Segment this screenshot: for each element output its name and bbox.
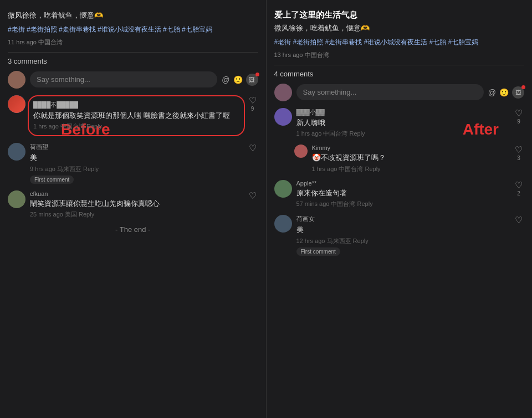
right-comment2-likes: 3: [517, 155, 520, 161]
right-heart-2: ♡: [515, 145, 523, 155]
at-icon[interactable]: @: [222, 75, 229, 84]
comment3-text: 鬧笑資源班讓你慧生吃山羌肉骗你真噁心: [30, 198, 243, 209]
right-comment4-avatar: [274, 215, 292, 233]
comment1-username: ████不█████: [33, 101, 239, 109]
right-heart-4: ♡: [515, 215, 523, 225]
right-image-icon-wrapper: 🖼: [512, 86, 524, 99]
comment2-meta: 9 hrs ago 马来西亚 Reply: [30, 165, 243, 173]
comment1-avatar: [8, 95, 25, 113]
right-comment4-like[interactable]: ♡: [513, 215, 524, 225]
right-comment1-likes: 9: [517, 118, 520, 125]
right-post-meta: 13 hrs ago 中国台湾: [274, 51, 525, 59]
image-icon-wrapper: 🖼: [246, 74, 258, 86]
comment3-username: cfkuan: [30, 190, 243, 197]
left-post-content: 微风徐徐，吃着鱿鱼，惬意🫶: [8, 10, 258, 21]
right-comment1-like[interactable]: ♡ 9: [513, 108, 524, 125]
left-comment-2: 荷画望 美 9 hrs ago 马来西亚 Reply First comment…: [8, 143, 258, 184]
right-comment3-likes: 2: [517, 190, 520, 197]
comment1-like[interactable]: ♡ 9: [247, 95, 258, 112]
comment2-like[interactable]: ♡: [247, 143, 258, 153]
right-comment4-username: 荷画女: [296, 215, 509, 223]
comment2-username: 荷画望: [30, 143, 243, 151]
divider-right: [274, 65, 525, 65]
left-panel: 微风徐徐，吃着鱿鱼，惬意🫶 #老街 #老街拍照 #走街串巷找 #谁说小城没有夜生…: [0, 0, 267, 418]
right-comment4-meta: 12 hrs ago 马来西亚 Reply: [296, 237, 509, 245]
right-input-icons: @ 🙂 🖼: [488, 86, 524, 99]
right-comment2-like[interactable]: ♡ 3: [513, 145, 524, 161]
heart-icon-3: ♡: [249, 190, 257, 201]
right-comment3-like[interactable]: ♡ 2: [513, 180, 524, 197]
left-comment-input-row: Say something... @ 🙂 🖼: [8, 71, 258, 89]
right-comment-4: 荷画女 美 12 hrs ago 马来西亚 Reply First commen…: [274, 215, 525, 256]
after-label: After: [463, 121, 499, 138]
highlighted-comment-box: ████不█████ 你就是那個取笑資源班的那個人嗤 嗤臉書之後就來小紅書了喔 …: [28, 95, 245, 137]
right-emoji-icon[interactable]: 🙂: [499, 88, 509, 97]
right-comment-3: Apple** 原来你在造句著 57 mins ago 中国台湾 Reply ♡…: [274, 180, 525, 209]
right-comment2-body: Kimmy 🤡不歧視資源班了嗎？ 1 hrs ago 中国台湾 Reply: [312, 145, 509, 173]
comment2-avatar: [8, 143, 25, 161]
notification-dot: [255, 73, 259, 76]
left-post-tags: #老街 #老街拍照 #走街串巷找 #谁说小城没有夜生活 #七胎 #七胎宝妈: [8, 24, 258, 35]
right-at-icon[interactable]: @: [488, 88, 496, 97]
right-comments-count: 4 comments: [274, 70, 525, 78]
comment1-meta: 1 hrs ago 中国台湾 Reply: [33, 122, 239, 131]
comment3-meta: 25 mins ago 美国 Reply: [30, 210, 243, 219]
right-user-avatar: [274, 84, 292, 101]
right-comment3-meta: 57 mins ago 中国台湾 Reply: [296, 200, 509, 208]
left-comment-1: ████不█████ 你就是那個取笑資源班的那個人嗤 嗤臉書之後就來小紅書了喔 …: [8, 95, 258, 137]
right-comment1-avatar: [274, 108, 292, 126]
left-comment-3: cfkuan 鬧笑資源班讓你慧生吃山羌肉骗你真噁心 25 mins ago 美国…: [8, 190, 258, 219]
comment1-body: ████不█████ 你就是那個取笑資源班的那個人嗤 嗤臉書之後就來小紅書了喔 …: [33, 101, 239, 131]
comment3-avatar: [8, 190, 25, 208]
left-user-avatar: [8, 71, 25, 89]
right-comment2-meta: 1 hrs ago 中国台湾 Reply: [312, 165, 509, 173]
left-post-header: 微风徐徐，吃着鱿鱼，惬意🫶 #老街 #老街拍照 #走街串巷找 #谁说小城没有夜生…: [8, 10, 258, 47]
right-comment-input[interactable]: Say something...: [296, 84, 484, 100]
right-comment4-badge: First comment: [296, 247, 340, 256]
main-container: 微风徐徐，吃着鱿鱼，惬意🫶 #老街 #老街拍照 #走街串巷找 #谁说小城没有夜生…: [0, 0, 532, 418]
comment1-likes: 9: [251, 106, 254, 112]
left-comments-count: 3 comments: [8, 57, 258, 65]
right-comment3-username: Apple**: [296, 180, 509, 187]
left-input-icons: @ 🙂 🖼: [222, 74, 258, 86]
right-comment2-username: Kimmy: [312, 145, 509, 151]
right-comment2-text: 🤡不歧視資源班了嗎？: [312, 152, 509, 163]
right-comment4-body: 荷画女 美 12 hrs ago 马来西亚 Reply First commen…: [296, 215, 509, 256]
comment3-like[interactable]: ♡: [247, 190, 258, 201]
comment3-body: cfkuan 鬧笑資源班讓你慧生吃山羌肉骗你真噁心 25 mins ago 美国…: [30, 190, 243, 219]
right-comment3-avatar: [274, 180, 292, 198]
divider-left: [8, 52, 258, 53]
heart-icon-1: ♡: [249, 95, 257, 106]
right-heart-3: ♡: [515, 180, 523, 190]
right-comment-input-row: Say something... @ 🙂 🖼: [274, 84, 525, 101]
comment1-text: 你就是那個取笑資源班的那個人嗤 嗤臉書之後就來小紅書了喔: [33, 110, 239, 121]
right-comment1-username: ▓▓▓小▓▓: [296, 108, 509, 116]
right-post-header: 爱上了这里的生活气息 微风徐徐，吃着鱿鱼，惬意🫶 #老街 #老街拍照 #走街串巷…: [274, 10, 525, 59]
right-comment-2: Kimmy 🤡不歧視資源班了嗎？ 1 hrs ago 中国台湾 Reply ♡ …: [294, 145, 525, 173]
emoji-icon[interactable]: 🙂: [233, 75, 243, 84]
right-panel: 爱上了这里的生活气息 微风徐徐，吃着鱿鱼，惬意🫶 #老街 #老街拍照 #走街串巷…: [267, 0, 533, 418]
right-post-content: 微风徐徐，吃着鱿鱼，惬意🫶: [274, 23, 525, 34]
right-heart-1: ♡: [515, 108, 523, 118]
left-comment-input[interactable]: Say something...: [30, 71, 217, 87]
right-post-tags: #老街 #老街拍照 #走街串巷找 #谁说小城没有夜生活 #七胎 #七胎宝妈: [274, 37, 525, 48]
comment2-body: 荷画望 美 9 hrs ago 马来西亚 Reply First comment: [30, 143, 243, 184]
left-post-meta: 11 hrs ago 中国台湾: [8, 38, 258, 47]
right-post-title: 爱上了这里的生活气息: [274, 10, 525, 20]
right-comment3-body: Apple** 原来你在造句著 57 mins ago 中国台湾 Reply: [296, 180, 509, 209]
end-text: - The end -: [8, 225, 258, 234]
heart-icon-2: ♡: [249, 143, 257, 153]
right-notification-dot: [521, 85, 525, 89]
comment2-text: 美: [30, 152, 243, 163]
comment2-badge: First comment: [30, 176, 74, 184]
right-comment3-text: 原来你在造句著: [296, 188, 509, 199]
right-comment4-text: 美: [296, 224, 509, 235]
right-comment2-avatar: [294, 145, 308, 158]
